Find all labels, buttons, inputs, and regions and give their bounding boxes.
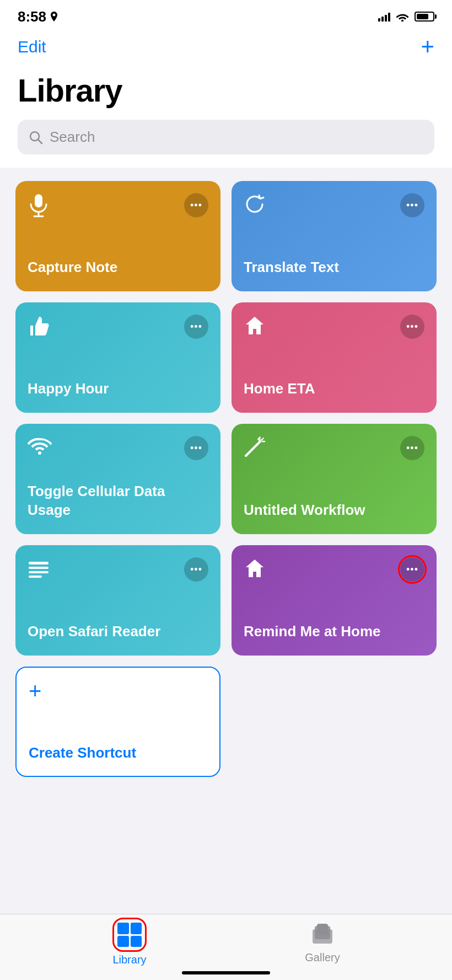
tab-library[interactable]: Library	[33, 919, 226, 966]
page-title: Library	[18, 72, 434, 109]
happy-hour-title: Happy Hour	[28, 380, 208, 398]
capture-note-more-button[interactable]: •••	[184, 193, 208, 217]
signal-strength	[378, 12, 390, 22]
create-shortcut-card[interactable]: + Create Shortcut	[15, 667, 220, 777]
shortcut-open-safari[interactable]: ••• Open Safari Reader	[15, 545, 220, 656]
open-safari-more-button[interactable]: •••	[184, 557, 208, 582]
shortcut-home-eta[interactable]: ••• Home ETA	[232, 302, 437, 413]
library-tab-icon-container	[114, 919, 145, 950]
svg-line-10	[261, 438, 263, 440]
refresh-icon	[244, 193, 266, 220]
status-bar: 8:58	[0, 0, 452, 30]
shortcut-capture-note[interactable]: ••• Capture Note	[15, 181, 220, 291]
remind-house-icon	[244, 557, 266, 584]
page-title-section: Library	[0, 67, 452, 120]
gallery-tab-icon-container	[310, 922, 335, 948]
content-spacer	[0, 790, 452, 823]
home-indicator	[182, 971, 270, 974]
svg-line-6	[257, 441, 260, 445]
svg-rect-2	[35, 194, 42, 207]
nav-bar: Edit +	[0, 30, 452, 67]
status-icons	[378, 12, 434, 22]
time-display: 8:58	[18, 8, 46, 25]
toggle-cellular-more-button[interactable]: •••	[184, 436, 208, 460]
home-eta-more-button[interactable]: •••	[400, 315, 424, 339]
svg-line-1	[38, 140, 42, 143]
happy-hour-more-button[interactable]: •••	[184, 315, 208, 339]
shortcut-translate-text[interactable]: ••• Translate Text	[232, 181, 437, 291]
svg-rect-14	[29, 571, 49, 573]
open-safari-title: Open Safari Reader	[28, 622, 208, 641]
house-icon	[244, 315, 266, 342]
svg-point-11	[259, 438, 261, 440]
svg-rect-15	[29, 576, 42, 578]
remind-home-more-button[interactable]: •••	[400, 557, 424, 582]
svg-rect-18	[317, 924, 328, 935]
shortcut-toggle-cellular[interactable]: ••• Toggle Cellular Data Usage	[15, 424, 220, 534]
mic-icon	[28, 193, 50, 222]
translate-text-more-button[interactable]: •••	[400, 193, 424, 217]
translate-text-title: Translate Text	[244, 258, 424, 277]
untitled-workflow-more-button[interactable]: •••	[400, 436, 424, 460]
gallery-tab-label: Gallery	[305, 951, 340, 964]
svg-rect-12	[29, 562, 49, 564]
shortcut-happy-hour[interactable]: ••• Happy Hour	[15, 302, 220, 413]
library-grid-icon	[117, 923, 142, 947]
gallery-icon	[310, 922, 335, 946]
svg-rect-13	[29, 567, 49, 569]
home-eta-title: Home ETA	[244, 380, 424, 398]
wand-icon	[244, 436, 266, 463]
tab-bar: Library Gallery	[0, 914, 452, 980]
search-section: Search	[0, 120, 452, 168]
untitled-workflow-title: Untitled Workflow	[244, 501, 424, 520]
capture-note-title: Capture Note	[28, 258, 208, 277]
svg-line-5	[246, 445, 257, 456]
status-time: 8:58	[18, 8, 58, 25]
battery-icon	[415, 12, 434, 22]
search-bar[interactable]: Search	[18, 120, 434, 155]
add-shortcut-button[interactable]: +	[421, 35, 434, 58]
library-tab-label: Library	[112, 954, 146, 966]
tab-gallery[interactable]: Gallery	[226, 922, 419, 964]
thumbsup-icon	[28, 315, 50, 342]
create-shortcut-title: Create Shortcut	[29, 744, 207, 761]
shortcut-untitled-workflow[interactable]: ••• Untitled Workflow	[232, 424, 437, 534]
wifi-signal-icon	[28, 436, 52, 461]
remind-home-title: Remind Me at Home	[244, 622, 424, 641]
search-icon	[29, 130, 43, 145]
shortcut-remind-home[interactable]: ••• Remind Me at Home	[232, 545, 437, 656]
toggle-cellular-title: Toggle Cellular Data Usage	[28, 482, 208, 520]
shortcuts-grid: ••• Capture Note ••• Translate Text	[0, 168, 452, 790]
wifi-icon	[396, 12, 409, 22]
location-icon	[50, 12, 58, 22]
safari-reader-icon	[28, 557, 50, 587]
edit-button[interactable]: Edit	[18, 38, 46, 56]
search-placeholder: Search	[50, 129, 95, 146]
create-plus-icon: +	[29, 680, 207, 702]
